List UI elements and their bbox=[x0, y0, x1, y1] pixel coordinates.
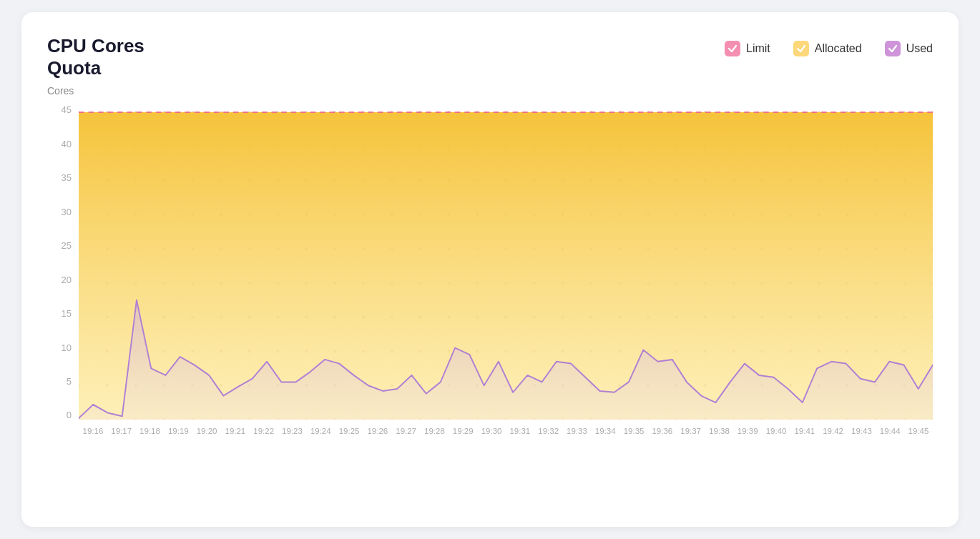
x-label: 19:18 bbox=[136, 427, 165, 435]
y-label-15: 15 bbox=[47, 309, 76, 318]
x-label: 19:19 bbox=[164, 427, 192, 435]
x-label: 19:26 bbox=[363, 427, 392, 435]
x-label: 19:45 bbox=[904, 427, 933, 435]
legend-label-used: Used bbox=[906, 42, 933, 55]
x-label: 19:40 bbox=[762, 427, 790, 435]
chart-card: CPU Cores Quota Cores Limit Allocated bbox=[21, 12, 959, 527]
x-label: 19:31 bbox=[506, 427, 534, 435]
y-label-30: 30 bbox=[47, 207, 76, 217]
y-label-20: 20 bbox=[47, 275, 76, 285]
y-label-45: 45 bbox=[47, 105, 76, 114]
legend-label-limit: Limit bbox=[746, 42, 770, 55]
y-label-40: 40 bbox=[47, 139, 76, 149]
x-label: 19:27 bbox=[392, 427, 421, 435]
x-label: 19:25 bbox=[335, 427, 363, 435]
x-label: 19:41 bbox=[790, 427, 819, 435]
y-label-0: 0 bbox=[47, 410, 76, 420]
x-label: 19:28 bbox=[421, 427, 449, 435]
x-label: 19:44 bbox=[876, 427, 904, 435]
x-label: 19:17 bbox=[107, 427, 136, 435]
chart-svg-container bbox=[79, 105, 933, 420]
x-label: 19:35 bbox=[619, 427, 648, 435]
x-label: 19:29 bbox=[449, 427, 477, 435]
legend-checkbox-limit bbox=[725, 41, 740, 56]
x-label: 19:24 bbox=[306, 427, 335, 435]
x-label: 19:42 bbox=[819, 427, 848, 435]
x-label: 19:16 bbox=[79, 427, 107, 435]
legend-item-allocated: Allocated bbox=[793, 41, 862, 56]
x-label: 19:36 bbox=[648, 427, 677, 435]
legend-checkbox-allocated bbox=[793, 41, 809, 56]
y-label-10: 10 bbox=[47, 343, 76, 352]
x-label: 19:43 bbox=[848, 427, 876, 435]
x-axis: 19:1619:1719:1819:1919:2019:2119:2219:23… bbox=[79, 422, 933, 448]
x-label: 19:30 bbox=[477, 427, 506, 435]
x-label: 19:32 bbox=[534, 427, 563, 435]
header-row: CPU Cores Quota Cores Limit Allocated bbox=[47, 35, 933, 97]
y-label-5: 5 bbox=[47, 377, 76, 386]
legend-item-limit: Limit bbox=[725, 41, 770, 56]
y-label-35: 35 bbox=[47, 173, 76, 182]
x-label: 19:21 bbox=[221, 427, 250, 435]
chart-svg bbox=[79, 105, 933, 420]
x-label: 19:38 bbox=[705, 427, 734, 435]
chart-area: 0 5 10 15 20 25 30 35 40 45 bbox=[47, 105, 933, 448]
y-label-25: 25 bbox=[47, 241, 76, 250]
x-label: 19:34 bbox=[591, 427, 619, 435]
legend-label-allocated: Allocated bbox=[815, 42, 862, 55]
x-label: 19:22 bbox=[250, 427, 278, 435]
legend-checkbox-used bbox=[885, 41, 901, 56]
x-label: 19:20 bbox=[192, 427, 221, 435]
y-axis: 0 5 10 15 20 25 30 35 40 45 bbox=[47, 105, 76, 420]
chart-legend: Limit Allocated Used bbox=[725, 41, 933, 56]
chart-title: CPU Cores Quota bbox=[47, 35, 144, 79]
x-label: 19:39 bbox=[733, 427, 762, 435]
legend-item-used: Used bbox=[885, 41, 933, 56]
x-label: 19:23 bbox=[278, 427, 307, 435]
chart-subtitle: Cores bbox=[47, 85, 144, 97]
x-label: 19:33 bbox=[563, 427, 592, 435]
x-label: 19:37 bbox=[677, 427, 705, 435]
title-block: CPU Cores Quota Cores bbox=[47, 35, 144, 97]
